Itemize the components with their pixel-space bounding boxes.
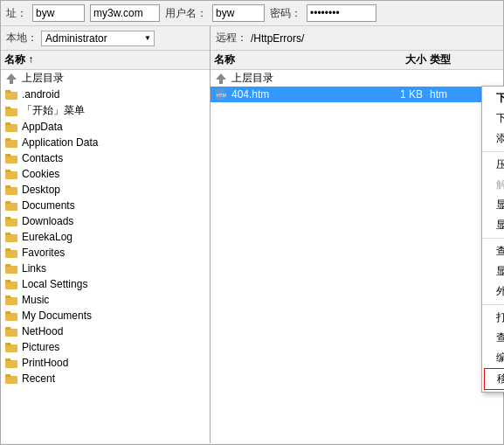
local-folder-dropdown[interactable]: Administrator [41, 31, 155, 46]
list-item[interactable]: PrintHood [1, 355, 210, 371]
right-file-list[interactable]: 上层目录HTM404.htm1 KBhtm [211, 70, 503, 443]
svg-rect-28 [5, 217, 10, 219]
file-name: Cookies [22, 168, 59, 180]
list-item[interactable]: Desktop [1, 182, 210, 198]
list-item[interactable]: Application Data [1, 135, 210, 150]
folder-icon [4, 324, 18, 338]
svg-rect-34 [5, 248, 10, 251]
svg-rect-13 [5, 138, 10, 141]
list-item[interactable]: AppData [1, 119, 210, 135]
left-col-header: 名称 ↑ [1, 51, 210, 70]
menu-item-edit[interactable]: 编辑(E) [482, 348, 504, 368]
svg-rect-1 [10, 80, 13, 84]
menu-item-open[interactable]: 打开(O) [482, 308, 504, 328]
file-name: Music [22, 294, 49, 306]
menu-item-move[interactable]: 移动(M) [484, 368, 504, 390]
list-item[interactable]: Contacts [1, 150, 210, 166]
file-name: NetHood [22, 325, 63, 337]
list-item[interactable]: EurekaLog [1, 229, 210, 245]
file-name: Application Data [22, 136, 98, 149]
menu-separator [482, 304, 504, 305]
right-col-name: 名称 [214, 52, 377, 67]
folder-icon [4, 246, 18, 260]
svg-rect-49 [5, 327, 10, 330]
domain-input[interactable] [90, 4, 160, 22]
folder-icon [4, 183, 18, 197]
list-item[interactable]: Links [1, 261, 210, 276]
menu-separator [482, 238, 504, 239]
svg-text:HTM: HTM [217, 93, 226, 98]
file-name: EurekaLog [22, 231, 72, 243]
file-name: 「开始」菜单 [22, 103, 85, 118]
up-icon [4, 72, 18, 86]
file-name: My Documents [22, 309, 92, 322]
svg-marker-0 [6, 73, 17, 80]
list-item[interactable]: NetHood [1, 323, 210, 339]
main-window: 址： 用户名： 密码： 本地： Administrator 名称 ↑ 上层目录.… [0, 0, 504, 445]
menu-item-show-isolate-info[interactable]: 显示隔离文件通知信息 [482, 215, 504, 235]
menu-item-view[interactable]: 查看(V) [482, 328, 504, 348]
menu-item-download[interactable]: 下载(D) [482, 88, 504, 108]
list-item[interactable]: Documents [1, 198, 210, 213]
list-item[interactable]: 「开始」菜单 [1, 102, 210, 119]
folder-icon [4, 293, 18, 307]
pass-label: 密码： [270, 6, 301, 21]
list-item[interactable]: Favorites [1, 245, 210, 261]
file-name: Desktop [22, 184, 60, 196]
list-item[interactable]: Pictures [1, 339, 210, 355]
svg-rect-31 [5, 233, 10, 235]
left-file-list[interactable]: 上层目录.android「开始」菜单AppDataApplication Dat… [1, 70, 210, 443]
right-panel: 远程： /HttpErrors/ 名称 大小 类型 上层目录HTM404.htm… [211, 26, 503, 443]
menu-item-compress[interactable]: 压缩文件 [482, 155, 504, 175]
remote-path: /HttpErrors/ [251, 32, 304, 45]
list-item[interactable]: Music [1, 292, 210, 308]
file-name: 404.htm [231, 88, 370, 101]
menu-item-download-as[interactable]: 下载为(W)... [482, 108, 504, 129]
file-name: Links [22, 262, 46, 275]
svg-rect-60 [219, 80, 223, 84]
menu-item-show-last-find[interactable]: 显示上次查找结果 [482, 261, 504, 282]
addr-label: 址： [6, 6, 27, 21]
svg-rect-19 [5, 170, 10, 172]
menu-item-ext-download[interactable]: 外链下载 [482, 282, 504, 302]
menu-item-decompress[interactable]: 解压文件 [482, 175, 504, 195]
folder-icon [4, 214, 18, 228]
file-name: Local Settings [22, 278, 87, 290]
list-item[interactable]: 上层目录 [1, 70, 210, 87]
svg-rect-43 [5, 296, 10, 298]
file-name: Contacts [22, 152, 63, 164]
content-area: 本地： Administrator 名称 ↑ 上层目录.android「开始」菜… [1, 26, 503, 443]
right-col-header: 名称 大小 类型 [211, 51, 503, 70]
svg-rect-22 [5, 185, 10, 188]
svg-rect-7 [5, 107, 10, 109]
list-item[interactable]: Cookies [1, 166, 210, 182]
menu-item-add-queue[interactable]: 添加到队列(A) [482, 129, 504, 149]
remote-label: 远程： [216, 31, 247, 45]
folder-icon [4, 372, 18, 386]
folder-icon [4, 87, 18, 101]
svg-rect-58 [5, 374, 10, 377]
pass-input[interactable] [307, 4, 376, 22]
up-icon [214, 72, 228, 86]
menu-item-show-decompress-info[interactable]: 显示在线解压缩通知信息 [482, 195, 504, 215]
user-input[interactable] [212, 4, 265, 22]
svg-rect-16 [5, 154, 10, 156]
svg-marker-59 [216, 73, 226, 80]
svg-rect-46 [5, 311, 10, 314]
list-item[interactable]: My Documents [1, 308, 210, 323]
list-item[interactable]: .android [1, 87, 210, 102]
file-name: Downloads [22, 215, 73, 227]
list-item[interactable]: 上层目录 [211, 70, 503, 87]
addr-input[interactable] [32, 4, 85, 22]
top-bar: 址： 用户名： 密码： [1, 1, 503, 26]
list-item[interactable]: Local Settings [1, 276, 210, 292]
folder-icon [4, 261, 18, 275]
menu-separator [482, 151, 504, 152]
file-name: .android [22, 88, 59, 101]
list-item[interactable]: HTM404.htm1 KBhtm [211, 87, 503, 102]
list-item[interactable]: Recent [1, 371, 210, 386]
menu-item-find-file[interactable]: 查找文件(F) [482, 241, 504, 261]
file-name: 上层目录 [231, 71, 370, 86]
svg-rect-10 [5, 122, 10, 125]
list-item[interactable]: Downloads [1, 213, 210, 229]
